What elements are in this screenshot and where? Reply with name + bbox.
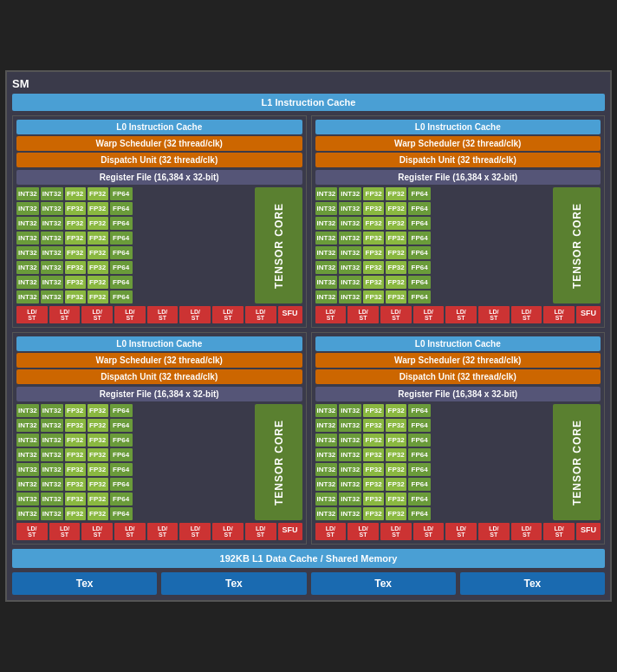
warp-scheduler-bl: Warp Scheduler (32 thread/clk) [16,353,302,368]
fp32-cell: FP32 [65,448,86,461]
sfu-cell-br: SFU [576,523,601,540]
sm-label: SM [12,77,605,90]
fp64-cell: FP64 [110,276,133,289]
fp32-cell: FP32 [363,276,384,289]
int32-cell: INT32 [339,276,361,289]
int32-cell: INT32 [315,448,338,461]
int32-cell: INT32 [41,419,63,432]
fp32-cell: FP32 [386,276,406,289]
fp32-cell: FP32 [88,434,108,447]
ld-st-cell: LD/ST [380,523,412,540]
tex-cell-1: Tex [161,572,306,595]
fp64-cell: FP64 [110,217,133,230]
fp32-cell: FP32 [363,493,384,506]
bottom-row-br: LD/ST LD/ST LD/ST LD/ST LD/ST LD/ST LD/S… [315,523,601,540]
l0-cache-br: L0 Instruction Cache [315,336,601,351]
cu-row: INT32 INT32 FP32 FP32 FP64 [315,246,551,259]
ld-st-cell: LD/ST [478,306,510,323]
int32-cell: INT32 [16,187,39,200]
fp32-cell: FP32 [65,261,86,274]
fp32-cell: FP32 [363,404,384,417]
cu-row: INT32 INT32 FP32 FP32 FP64 [16,404,252,417]
fp32-cell: FP32 [88,276,108,289]
l0-cache-tl: L0 Instruction Cache [16,120,302,134]
ld-st-cell: LD/ST [413,523,445,540]
int32-cell: INT32 [339,290,361,303]
fp32-cell: FP32 [65,202,86,215]
int32-cell: INT32 [41,507,63,520]
int32-cell: INT32 [16,290,39,303]
compute-area-br: INT32 INT32 FP32 FP32 FP64 INT32 INT32 F… [315,404,601,520]
int32-cell: INT32 [41,463,63,476]
fp64-cell: FP64 [408,507,431,520]
tex-cell-3: Tex [460,572,605,595]
int32-cell: INT32 [339,448,361,461]
int32-cell: INT32 [339,507,361,520]
ld-st-cell: LD/ST [245,306,276,323]
compute-units-br: INT32 INT32 FP32 FP32 FP64 INT32 INT32 F… [315,404,551,520]
quadrant-bottom-left: L0 Instruction Cache Warp Scheduler (32 … [12,332,307,545]
fp32-cell: FP32 [386,261,406,274]
compute-area-tr: INT32 INT32 FP32 FP32 FP64 INT32 INT32 F… [315,187,601,303]
fp32-cell: FP32 [363,463,384,476]
int32-cell: INT32 [315,232,338,245]
cu-row: INT32 INT32 FP32 FP32 FP64 [16,290,252,303]
cu-row: INT32 INT32 FP32 FP32 FP64 [315,507,551,520]
ld-st-cell: LD/ST [543,306,575,323]
int32-cell: INT32 [315,507,338,520]
int32-cell: INT32 [16,434,39,447]
int32-cell: INT32 [41,290,63,303]
fp64-cell: FP64 [110,232,133,245]
int32-cell: INT32 [339,202,361,215]
dispatch-unit-tr: Dispatch Unit (32 thread/clk) [315,153,601,167]
fp64-cell: FP64 [110,419,133,432]
ld-st-cell: LD/ST [245,523,276,540]
cu-row: INT32 INT32 FP32 FP32 FP64 [315,202,551,215]
ld-st-cell: LD/ST [413,306,445,323]
fp32-cell: FP32 [65,419,86,432]
fp32-cell: FP32 [363,478,384,491]
fp32-cell: FP32 [88,261,108,274]
int32-cell: INT32 [339,187,361,200]
fp32-cell: FP32 [65,463,86,476]
fp32-cell: FP32 [363,202,384,215]
ld-st-cell: LD/ST [81,306,113,323]
ld-st-cell: LD/ST [16,306,48,323]
fp32-cell: FP32 [386,507,406,520]
int32-cell: INT32 [315,434,338,447]
int32-cell: INT32 [315,478,338,491]
ld-st-cell: LD/ST [179,306,211,323]
cu-row: INT32 INT32 FP32 FP32 FP64 [16,202,252,215]
fp32-cell: FP32 [363,217,384,230]
ld-st-cell: LD/ST [16,523,48,540]
int32-cell: INT32 [41,217,63,230]
int32-cell: INT32 [16,419,39,432]
fp64-cell: FP64 [408,202,431,215]
ld-st-cell: LD/ST [212,306,244,323]
int32-cell: INT32 [339,419,361,432]
int32-cell: INT32 [315,217,338,230]
fp32-cell: FP32 [386,478,406,491]
sm-container: SM L1 Instruction Cache L0 Instruction C… [5,70,612,602]
fp32-cell: FP32 [363,290,384,303]
fp32-cell: FP32 [88,290,108,303]
cu-row: INT32 INT32 FP32 FP32 FP64 [16,187,252,200]
tensor-core-tr: TENSOR CORE [553,187,601,303]
fp32-cell: FP32 [65,217,86,230]
fp32-cell: FP32 [363,434,384,447]
ld-st-cell: LD/ST [147,523,179,540]
fp32-cell: FP32 [65,434,86,447]
fp32-cell: FP32 [65,276,86,289]
bottom-row-bl: LD/ST LD/ST LD/ST LD/ST LD/ST LD/ST LD/S… [16,523,302,540]
int32-cell: INT32 [315,419,338,432]
int32-cell: INT32 [339,493,361,506]
ld-st-cell: LD/ST [347,523,379,540]
dispatch-unit-tl: Dispatch Unit (32 thread/clk) [16,153,302,167]
tensor-core-bl: TENSOR CORE [255,404,302,520]
fp64-cell: FP64 [408,463,431,476]
int32-cell: INT32 [315,493,338,506]
compute-area-tl: INT32 INT32 FP32 FP32 FP64 INT32 INT32 F… [16,187,302,303]
cu-row: INT32 INT32 FP32 FP32 FP64 [315,434,551,447]
fp32-cell: FP32 [88,419,108,432]
int32-cell: INT32 [16,202,39,215]
